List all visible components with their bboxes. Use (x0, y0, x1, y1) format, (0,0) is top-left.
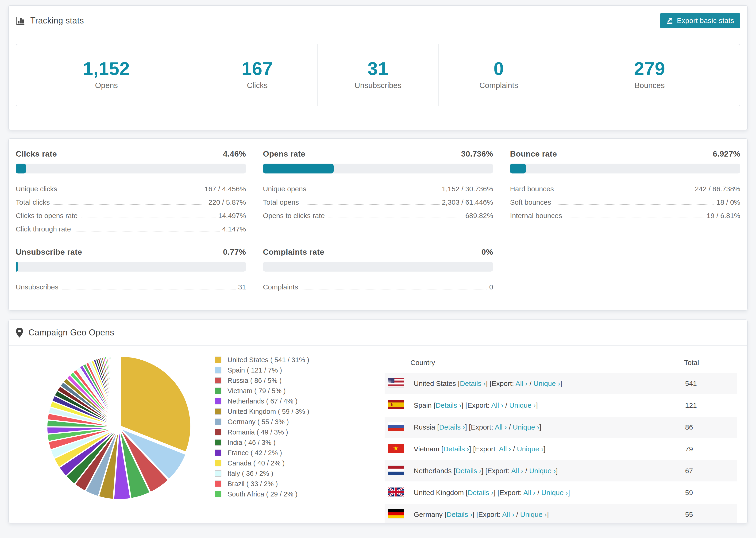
export-button-label: Export basic stats (677, 17, 734, 25)
legend-label: Netherlands ( 67 / 4% ) (228, 398, 297, 405)
flag-cell (385, 482, 414, 503)
geo-opens-card: Campaign Geo Opens United States ( 541 /… (8, 319, 748, 523)
legend-label: Spain ( 121 / 7% ) (228, 366, 282, 374)
rate-detail-rows: Unsubscribes31 (16, 282, 246, 292)
rates-grid: Clicks rate4.46%Unique clicks167 / 4.456… (16, 149, 740, 292)
details-link[interactable]: Details › (456, 467, 481, 475)
export-unique-link[interactable]: Unique › (529, 467, 556, 475)
flag-cell (385, 439, 414, 459)
rate-detail-label: Unique clicks (16, 184, 57, 194)
stat-label: Bounces (559, 81, 740, 90)
export-unique-link[interactable]: Unique › (509, 402, 536, 409)
legend-swatch (215, 418, 221, 425)
export-all-link[interactable]: All › (499, 445, 511, 453)
dotted-leader (61, 191, 202, 191)
rate-block-unsubscribe-rate: Unsubscribe rate0.77%Unsubscribes31 (16, 247, 246, 292)
rate-detail-value: 0 (489, 282, 493, 292)
rate-header: Bounce rate6.927% (510, 149, 740, 158)
export-unique-link[interactable]: Unique › (541, 489, 568, 497)
details-link[interactable]: Details › (460, 380, 486, 387)
export-all-link[interactable]: All › (523, 489, 536, 497)
legend-item: France ( 42 / 2% ) (215, 448, 309, 458)
flag-de-icon (388, 510, 404, 518)
rate-title: Clicks rate (16, 149, 57, 158)
rate-detail-label: Opens to clicks rate (263, 211, 325, 220)
flag-es (388, 400, 404, 409)
flag-gb (388, 488, 404, 497)
flag-es-icon (388, 400, 404, 409)
rate-header: Clicks rate4.46% (16, 149, 246, 158)
tracking-stats-card: Tracking stats Export basic stats 1,152O… (8, 5, 748, 130)
legend-item: Canada ( 40 / 2% ) (215, 458, 309, 468)
country-cell: Netherlands [Details ›] [Export: All › /… (414, 460, 684, 481)
legend-label: Vietnam ( 79 / 5% ) (228, 387, 286, 395)
legend-swatch (215, 429, 221, 435)
export-unique-link[interactable]: Unique › (520, 511, 547, 518)
export-all-link[interactable]: All › (515, 380, 528, 387)
total-value: 55 (684, 504, 737, 523)
rate-value: 0% (482, 247, 493, 256)
export-unique-link[interactable]: Unique › (513, 423, 539, 431)
stat-value: 279 (559, 59, 740, 78)
rate-detail-value: 689.82% (465, 211, 493, 220)
export-unique-link[interactable]: Unique › (533, 380, 560, 387)
rate-detail-value: 220 / 5.87% (208, 198, 246, 207)
rate-block-complaints-rate: Complaints rate0%Complaints0 (263, 247, 493, 292)
rate-detail-row: Click through rate4.147% (16, 224, 246, 234)
stat-label: Unsubscribes (318, 81, 438, 90)
total-column-header: Total (684, 353, 737, 372)
geo-opens-pie-chart (44, 352, 194, 503)
export-all-link[interactable]: All › (491, 402, 503, 409)
details-link[interactable]: Details › (447, 511, 472, 518)
dotted-leader (555, 204, 714, 205)
details-link[interactable]: Details › (436, 402, 461, 409)
total-value: 541 (684, 373, 737, 394)
page-title: Tracking stats (30, 16, 84, 26)
export-all-link[interactable]: All › (511, 467, 523, 475)
stat-value: 1,152 (16, 59, 197, 78)
legend-item: Brazil ( 33 / 2% ) (215, 479, 309, 489)
flag-vn (388, 444, 404, 453)
rate-header: Complaints rate0% (263, 247, 493, 256)
rate-block-opens-rate: Opens rate30.736%Unique opens1,152 / 30.… (263, 149, 493, 234)
rate-header: Opens rate30.736% (263, 149, 493, 158)
dotted-leader (302, 289, 487, 290)
legend-swatch (215, 460, 221, 466)
dotted-leader (328, 218, 463, 218)
legend-swatch (215, 439, 221, 446)
details-link[interactable]: Details › (468, 489, 494, 497)
table-row-us: United States [Details ›] [Export: All ›… (385, 373, 737, 394)
country-name: United Kingdom (414, 489, 466, 497)
export-unique-link[interactable]: Unique › (517, 445, 544, 453)
legend-label: United Kingdom ( 59 / 3% ) (228, 408, 309, 415)
export-label: Export: (467, 402, 491, 409)
flag-us (388, 378, 404, 387)
legend-swatch (215, 377, 221, 384)
dotted-leader (62, 289, 236, 290)
rate-value: 4.46% (223, 149, 246, 158)
export-all-link[interactable]: All › (502, 511, 514, 518)
country-cell: Spain [Details ›] [Export: All › / Uniqu… (414, 395, 684, 416)
export-label: Export: (499, 489, 523, 497)
dotted-leader (558, 191, 692, 191)
details-link[interactable]: Details › (443, 445, 469, 453)
rate-detail-value: 167 / 4.456% (204, 184, 246, 194)
rate-detail-label: Soft bounces (510, 198, 551, 207)
rate-title: Unsubscribe rate (16, 247, 82, 256)
details-link[interactable]: Details › (439, 423, 465, 431)
country-name: United States (414, 380, 458, 387)
rate-detail-row: Total clicks220 / 5.87% (16, 198, 246, 207)
stat-box-bounces: 279Bounces (559, 44, 740, 106)
rate-detail-label: Total clicks (16, 198, 50, 207)
rate-detail-rows: Hard bounces242 / 86.738%Soft bounces18 … (510, 184, 740, 220)
legend-item: Germany ( 55 / 3% ) (215, 417, 309, 427)
progress-bar (16, 262, 246, 272)
legend-label: South Africa ( 29 / 2% ) (228, 490, 297, 498)
export-basic-stats-button[interactable]: Export basic stats (660, 13, 740, 28)
rate-detail-row: Internal bounces19 / 6.81% (510, 211, 740, 220)
legend-item: United States ( 541 / 31% ) (215, 355, 309, 365)
stat-value: 167 (197, 59, 317, 78)
flag-cell (385, 460, 414, 481)
rate-detail-value: 4.147% (222, 224, 246, 234)
export-all-link[interactable]: All › (495, 423, 507, 431)
